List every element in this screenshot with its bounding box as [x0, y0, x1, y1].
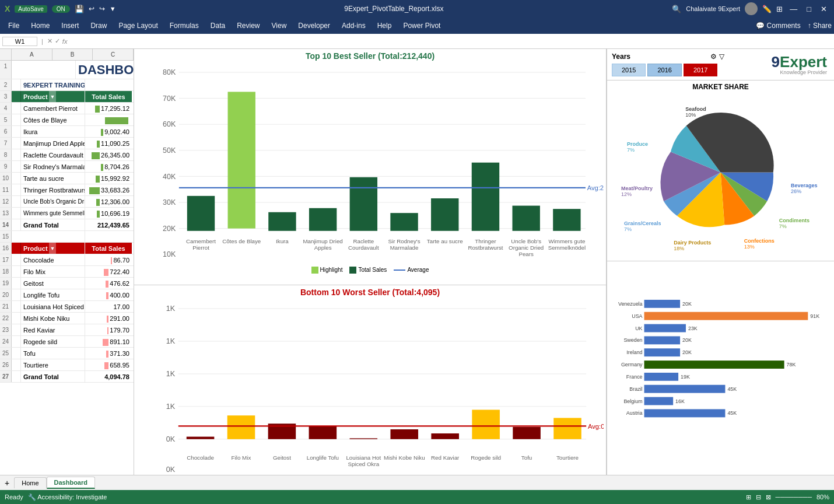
comments-button[interactable]: 💬 Comments [756, 22, 800, 30]
year-btn-2015[interactable]: 2015 [612, 64, 646, 76]
tab-home[interactable]: Home [14, 477, 46, 488]
year-btn-2016[interactable]: 2016 [647, 64, 681, 76]
table-row: 8 Raclette Courdavault 26,345.00 [0, 149, 134, 161]
tab-insert[interactable]: Insert [55, 19, 85, 32]
filter-icon[interactable]: ▽ [719, 52, 724, 61]
insert-function-icon[interactable]: fx [62, 38, 68, 45]
sheet-tabs-bar: + Home Dashboard [0, 475, 834, 490]
svg-text:Rostbratwurst: Rostbratwurst [468, 244, 503, 251]
tab-page-layout[interactable]: Page Layout [113, 19, 163, 32]
svg-text:Manjimup Dried: Manjimup Dried [303, 238, 342, 244]
tab-power-pivot[interactable]: Power Pivot [397, 19, 446, 32]
label-produce: Produce [627, 141, 648, 147]
pen-icon[interactable]: ✏️ [762, 5, 772, 13]
tab-view[interactable]: View [266, 19, 293, 32]
undo-icon[interactable]: ↩ [89, 5, 94, 13]
svg-text:78K: 78K [787, 362, 796, 368]
share-button[interactable]: ↑ Share [808, 22, 832, 30]
tab-add-ins[interactable]: Add-ins [336, 19, 372, 32]
label-condiments: Condiments [779, 218, 810, 223]
tab-help[interactable]: Help [372, 19, 398, 32]
tab-home[interactable]: Home [25, 19, 55, 32]
customize-icon[interactable]: ▼ [110, 5, 116, 12]
svg-text:7%: 7% [627, 147, 635, 153]
svg-text:Mishi Kobe Niku: Mishi Kobe Niku [384, 454, 425, 461]
tab-formulas[interactable]: Formulas [164, 19, 205, 32]
svg-text:70K: 70K [163, 94, 176, 103]
tab-draw[interactable]: Draw [85, 19, 113, 32]
filter-settings-icon[interactable]: ⚙ [710, 52, 717, 61]
label-france: France [626, 374, 643, 380]
logo-subtitle: Knowledge Provider [780, 69, 827, 75]
table-icon[interactable]: ⊞ [776, 5, 783, 13]
bar-uncle-bob [512, 206, 539, 231]
table-row: 11 Thringer Rostbratwurst 33,683.26 [0, 184, 134, 196]
table-row: 3 Product ▼ Total Sales [0, 91, 134, 103]
average-line [394, 270, 405, 271]
bar-longlife [309, 426, 337, 439]
bar-tofu [513, 427, 541, 439]
close-button[interactable]: ✕ [818, 5, 829, 13]
title-bar-right: 🔍 Chalaivate 9Expert ✏️ ⊞ — □ ✕ [672, 2, 829, 15]
svg-text:7%: 7% [624, 226, 632, 232]
table-row: 2 9EXPERT TRAINING [0, 79, 134, 91]
svg-text:13%: 13% [744, 244, 755, 250]
tab-dashboard[interactable]: Dashboard [47, 477, 95, 489]
search-icon[interactable]: 🔍 [672, 5, 681, 13]
tab-developer[interactable]: Developer [292, 19, 336, 32]
bottom-table-product-header: Product ▼ [21, 243, 85, 254]
svg-text:60K: 60K [163, 120, 176, 128]
countries-bar-area: Venezuela 20K USA 91K UK 23K Sweden 20K … [607, 261, 834, 475]
col-header-b: B [52, 49, 93, 60]
bar-camembert [187, 196, 215, 231]
table-row: 1 DASHBOARD [0, 61, 134, 79]
years-filter: Years ⚙ ▽ 2015 2016 2017 [607, 49, 729, 80]
grand-total-row-bottom: 27 Grand Total 4,094.78 [0, 371, 134, 383]
save-icon[interactable]: 💾 [75, 5, 84, 13]
col-headers: A B C [0, 49, 134, 61]
tab-file[interactable]: File [2, 19, 25, 32]
maximize-button[interactable]: □ [804, 5, 814, 13]
name-box[interactable] [2, 37, 37, 46]
ribbon-tabs: File Home Insert Draw Page Layout Formul… [0, 18, 834, 34]
svg-text:1K: 1K [166, 304, 176, 313]
label-ireland: Ireland [626, 349, 642, 355]
bar-venezuela [644, 300, 681, 308]
svg-text:26%: 26% [791, 188, 801, 194]
svg-text:Tourtiere: Tourtiere [556, 454, 579, 461]
bar-raclette [350, 177, 377, 231]
year-btn-2017[interactable]: 2017 [684, 64, 717, 76]
tab-review[interactable]: Review [231, 19, 265, 32]
countries-chart-svg: Venezuela 20K USA 91K UK 23K Sweden 20K … [611, 264, 831, 473]
bar-sweden [644, 336, 681, 344]
svg-text:1K: 1K [166, 402, 176, 411]
minimize-button[interactable]: — [787, 5, 800, 13]
bar-cotes [228, 92, 255, 228]
cancel-formula-icon[interactable]: ✕ [47, 37, 52, 45]
label-belgium: Belgium [623, 398, 642, 404]
tab-data[interactable]: Data [205, 19, 231, 32]
svg-text:80K: 80K [163, 68, 176, 76]
table-row: 9 Sir Rodney's Marmalade 8,704.26 [0, 161, 134, 173]
redo-icon[interactable]: ↪ [99, 5, 105, 13]
svg-text:Thringer: Thringer [475, 238, 496, 244]
table-row: 19 Geitost 476.62 [0, 278, 134, 289]
market-share-svg: Beverages 26% Condiments 7% Confections … [611, 93, 831, 251]
svg-text:18%: 18% [674, 246, 684, 251]
autosave-toggle[interactable]: ON [52, 5, 70, 13]
svg-text:Camembert: Camembert [186, 238, 216, 244]
dashboard-title: DASHBOARD [76, 61, 134, 79]
bottom-table-sales-header: Total Sales [85, 243, 132, 254]
legend-average: Average [394, 267, 429, 274]
svg-text:91K: 91K [810, 313, 819, 319]
svg-text:Semmelknödel: Semmelknödel [548, 244, 586, 251]
svg-text:Chocolade: Chocolade [187, 454, 214, 461]
bar-germany [644, 360, 784, 369]
confirm-formula-icon[interactable]: ✓ [55, 37, 60, 45]
svg-text:Courdavault: Courdavault [348, 244, 379, 251]
bar-tarte [431, 198, 458, 231]
add-sheet-icon[interactable]: + [0, 477, 14, 489]
formula-input[interactable] [69, 38, 832, 45]
table-row: 5 Côtes de Blaye 67,324.25 [0, 114, 134, 126]
svg-text:Spiced Okra: Spiced Okra [348, 461, 379, 467]
